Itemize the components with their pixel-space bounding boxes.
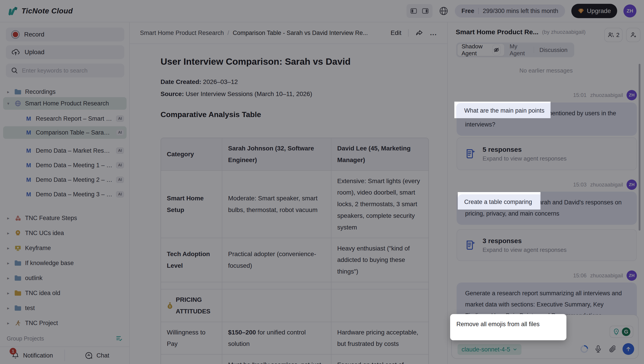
spotlight-highlight-pain-points: What are the main pain points <box>454 102 550 118</box>
highlighted-text: What are the main pain points <box>464 107 544 114</box>
ticnote-cloud-app: TicNote Cloud <box>0 0 644 364</box>
spotlight-highlight-create-table: Create a table comparing <box>458 192 540 210</box>
highlighted-text: Create a table comparing <box>464 199 532 206</box>
tutorial-dim-overlay <box>0 0 644 364</box>
tutorial-tooltip: Remove all emojis from all files <box>450 314 566 340</box>
tooltip-text: Remove all emojis from all files <box>456 321 540 327</box>
